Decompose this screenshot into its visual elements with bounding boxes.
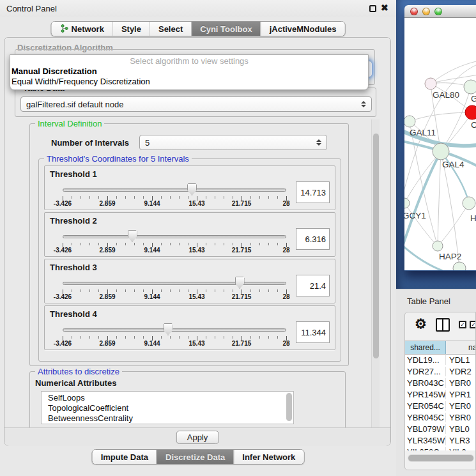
- network-node[interactable]: [464, 80, 476, 94]
- cell-name[interactable]: YPR1: [446, 390, 476, 399]
- thresholds-group: Threshold's Coordinates for 5 Intervals …: [38, 158, 341, 362]
- checkbox-icon[interactable]: ✓: [470, 321, 476, 328]
- cell-shared-name[interactable]: YDR27...: [405, 367, 446, 376]
- threshold-slider[interactable]: -3.4262.8599.14415.4321.71528: [63, 183, 286, 208]
- network-node[interactable]: [453, 262, 466, 270]
- cell-shared-name[interactable]: YBR043C: [405, 378, 446, 388]
- table-row[interactable]: YBL079WYBL0: [405, 423, 476, 434]
- dropdown-option[interactable]: Manual Discretization: [10, 66, 368, 77]
- columns-icon[interactable]: [436, 318, 450, 332]
- network-node[interactable]: [404, 116, 415, 127]
- cell-name[interactable]: YBR0: [446, 378, 476, 388]
- network-node[interactable]: [404, 198, 410, 208]
- table-row[interactable]: YDL19...YDL1: [405, 355, 476, 366]
- num-intervals-combobox[interactable]: 5: [139, 135, 327, 150]
- cell-name[interactable]: YIL0: [446, 447, 476, 450]
- threshold-value-field[interactable]: 21.4: [296, 275, 330, 296]
- bottom-tab-discretize-data[interactable]: Discretize Data: [157, 450, 233, 464]
- node-label: GAL11: [410, 128, 436, 137]
- apply-button[interactable]: Apply: [176, 431, 219, 444]
- slider-thumb[interactable]: [187, 183, 197, 196]
- cell-shared-name[interactable]: YLR345W: [405, 436, 446, 445]
- close-traffic-light[interactable]: [410, 8, 418, 15]
- slider-thumb[interactable]: [235, 277, 245, 289]
- dropdown-prompt[interactable]: Select algorithm to view settings: [10, 56, 368, 66]
- minimize-traffic-light[interactable]: [422, 8, 430, 15]
- cell-shared-name[interactable]: YDL19...: [405, 355, 446, 365]
- cell-shared-name[interactable]: YBR045C: [405, 413, 446, 422]
- table-row[interactable]: YPR145WYPR1: [405, 389, 476, 401]
- tab-style[interactable]: Style: [112, 22, 150, 36]
- zoom-traffic-light[interactable]: [434, 8, 442, 15]
- numerical-attributes-list[interactable]: SelfLoopsTopologicalCoefficientBetweenne…: [41, 391, 294, 424]
- checkbox-icon[interactable]: ✓: [459, 321, 466, 328]
- cell-shared-name[interactable]: YER054C: [405, 401, 446, 411]
- table-data-group: Table Data galFiltered.sif default node: [15, 88, 376, 117]
- network-node[interactable]: [465, 105, 476, 119]
- table-data-combobox[interactable]: galFiltered.sif default node: [20, 96, 372, 112]
- table-data-value: galFiltered.sif default node: [21, 100, 358, 109]
- cell-name[interactable]: YLR3: [446, 436, 476, 445]
- cell-shared-name[interactable]: YIL052C: [405, 447, 446, 450]
- cell-name[interactable]: YDL1: [446, 355, 476, 365]
- attribute-list-item[interactable]: TopologicalCoefficient: [48, 403, 293, 413]
- slider-track[interactable]: [63, 188, 286, 192]
- slider-scale-labels: -3.4262.8599.14415.4321.71528: [63, 340, 286, 348]
- tab-network[interactable]: Network: [52, 22, 112, 36]
- cell-name[interactable]: YER0: [446, 401, 476, 411]
- list-scrollbar[interactable]: [286, 393, 292, 421]
- cell-name[interactable]: YBR0: [446, 413, 476, 422]
- threshold-slider[interactable]: -3.4262.8599.14415.4321.71528: [63, 277, 286, 301]
- scrollbar-thumb[interactable]: [408, 455, 473, 461]
- threshold-value-field[interactable]: 11.344: [296, 321, 330, 343]
- network-node[interactable]: [433, 143, 449, 160]
- table-row[interactable]: YBR045CYBR0: [405, 411, 476, 423]
- dropdown-options: Manual DiscretizationEqual Width/Frequen…: [10, 66, 368, 87]
- threshold-label: Threshold 2: [50, 216, 97, 226]
- cell-shared-name[interactable]: YBL079W: [405, 424, 446, 434]
- tab-select[interactable]: Select: [150, 22, 191, 36]
- table-row[interactable]: YDR27...YDR2: [405, 366, 476, 378]
- bottom-tab-infer-network[interactable]: Infer Network: [233, 450, 303, 464]
- slider-track[interactable]: [63, 282, 286, 285]
- threshold-value-field[interactable]: 14.713: [296, 181, 330, 203]
- node-label: GCY1: [404, 211, 426, 220]
- bottom-tab-bar: Impute DataDiscretize DataInfer Network: [92, 449, 305, 464]
- main-scrollbar[interactable]: [371, 119, 380, 427]
- tab-jactivemnodules[interactable]: jActiveMNodules: [261, 22, 345, 36]
- tab-cyni-toolbox[interactable]: Cyni Toolbox: [191, 22, 260, 36]
- attribute-list-item[interactable]: SelfLoops: [48, 393, 293, 403]
- attributes-group-title: Attributes to discretize: [35, 367, 122, 376]
- scrollbar-thumb[interactable]: [373, 134, 379, 358]
- float-window-icon[interactable]: [369, 5, 376, 12]
- bottom-tab-impute-data[interactable]: Impute Data: [93, 450, 157, 464]
- threshold-value-field[interactable]: 6.316: [296, 228, 330, 250]
- close-icon[interactable]: ✖: [381, 3, 388, 13]
- table-row[interactable]: YLR345WYLR3: [405, 434, 476, 446]
- slider-track[interactable]: [63, 328, 286, 332]
- network-window[interactable]: GAL80GAL11GAL4GCY1HAP2GACH: [404, 5, 476, 271]
- cell-name[interactable]: YDR2: [446, 367, 476, 376]
- slider-track[interactable]: [63, 235, 286, 238]
- column-header-name[interactable]: name: [446, 341, 476, 354]
- dropdown-option[interactable]: Equal Width/Frequency Discretization: [10, 77, 368, 87]
- network-node[interactable]: [425, 78, 436, 89]
- attribute-list-item[interactable]: BetweennessCentrality: [48, 413, 293, 424]
- threshold-slider[interactable]: -3.4262.8599.14415.4321.71528: [63, 230, 286, 254]
- table-row[interactable]: YER054CYER0: [405, 401, 476, 412]
- cell-shared-name[interactable]: YPR145W: [405, 390, 446, 399]
- cell-name[interactable]: YBL0: [446, 424, 476, 434]
- network-node[interactable]: [433, 241, 443, 251]
- attributes-group: Attributes to discretize Numerical Attri…: [29, 371, 346, 427]
- threshold-slider[interactable]: -3.4262.8599.14415.4321.71528: [63, 323, 286, 348]
- column-header-shared-name[interactable]: shared...: [405, 341, 446, 354]
- slider-thumb[interactable]: [128, 230, 137, 242]
- gear-icon[interactable]: ⚙: [415, 316, 427, 332]
- table-row[interactable]: YIL052CYIL0: [405, 446, 476, 450]
- combo-arrows-icon: [314, 139, 324, 146]
- horizontal-scrollbar[interactable]: [408, 454, 474, 462]
- network-canvas[interactable]: GAL80GAL11GAL4GCY1HAP2GACH: [404, 18, 476, 270]
- slider-thumb[interactable]: [164, 323, 173, 335]
- table-row[interactable]: YBR043CYBR0: [405, 378, 476, 389]
- network-node[interactable]: [463, 197, 475, 210]
